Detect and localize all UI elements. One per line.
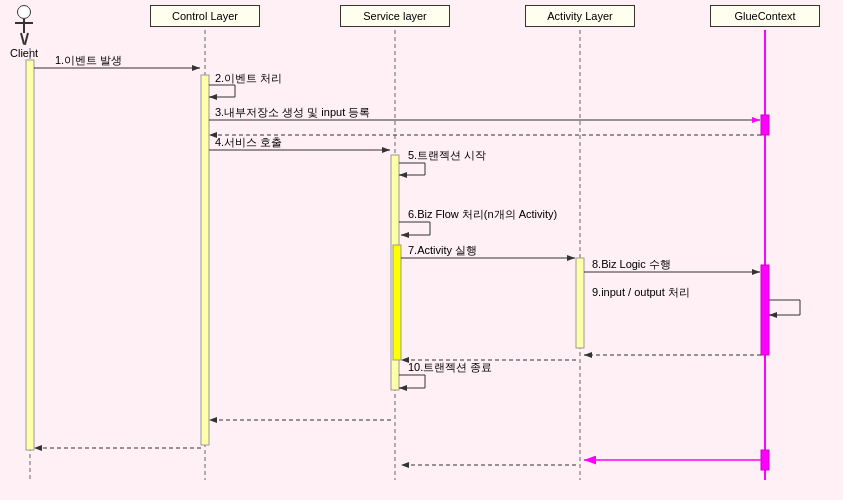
client-body: [23, 19, 25, 33]
svg-rect-10: [391, 155, 399, 390]
svg-rect-13: [761, 115, 769, 135]
svg-rect-15: [761, 450, 769, 470]
arrows-svg: 1.이벤트 발생 2.이벤트 처리 3.내부저장소 생성 및 input 등록 …: [0, 0, 843, 500]
control-layer-box: Control Layer: [150, 5, 260, 27]
client-label: Client: [10, 47, 38, 59]
svg-rect-12: [576, 258, 584, 348]
svg-text:1.이벤트 발생: 1.이벤트 발생: [55, 54, 122, 66]
svg-text:9.input / output 처리: 9.input / output 처리: [592, 286, 690, 298]
svg-text:10.트랜젝션 종료: 10.트랜젝션 종료: [408, 361, 492, 373]
svg-text:2.이벤트 처리: 2.이벤트 처리: [215, 72, 282, 84]
svg-rect-14: [761, 265, 769, 355]
client-leg-right: [24, 33, 29, 45]
svg-text:5.트랜젝션 시작: 5.트랜젝션 시작: [408, 149, 486, 161]
client-legs: [20, 33, 29, 45]
service-layer-box: Service layer: [340, 5, 450, 27]
client-head: [17, 5, 31, 19]
svg-text:6.Biz Flow 처리(n개의 Activity): 6.Biz Flow 처리(n개의 Activity): [408, 208, 557, 220]
svg-text:4.서비스 호출: 4.서비스 호출: [215, 136, 282, 148]
client-arms: [15, 22, 33, 24]
svg-rect-11: [393, 245, 401, 360]
sequence-diagram: Client Control Layer Service layer Activ…: [0, 0, 843, 500]
activity-layer-box: Activity Layer: [525, 5, 635, 27]
svg-rect-8: [26, 60, 34, 450]
svg-rect-9: [201, 75, 209, 445]
svg-text:7.Activity 실행: 7.Activity 실행: [408, 244, 477, 256]
svg-text:3.내부저장소 생성 및 input 등록: 3.내부저장소 생성 및 input 등록: [215, 106, 370, 118]
client-actor: Client: [10, 5, 38, 59]
glue-context-box: GlueContext: [710, 5, 820, 27]
svg-text:8.Biz Logic 수행: 8.Biz Logic 수행: [592, 258, 671, 270]
